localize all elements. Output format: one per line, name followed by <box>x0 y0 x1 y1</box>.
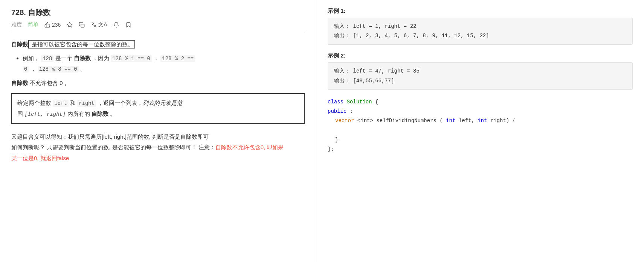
example-sep2: ， <box>31 65 36 72</box>
problem-title: 728. 自除数 <box>11 8 305 18</box>
example-code4: 128 % 8 == 0 <box>38 66 79 73</box>
code-line3: vector <int> selfDividingNumbers ( int l… <box>328 116 633 126</box>
difficulty-label: 难度 <box>11 21 22 28</box>
example2-box: 输入： left = 47, right = 85 输出： [48,55,66,… <box>328 62 633 89</box>
bottom-line3-red: 某一位是0, 就返回false <box>11 155 69 161</box>
example1-output-label: 输出： <box>334 33 350 39</box>
star-icon <box>67 22 73 28</box>
bell-button[interactable] <box>113 22 119 28</box>
code-param1: left, <box>459 118 478 124</box>
example1-title: 示例 1: <box>328 8 633 15</box>
bottom-line2-pre: 如何判断呢？ 只需要判断当前位置的数, 是否能被它的每一位数整除即可！ 注意： <box>11 144 215 150</box>
note-paragraph: 自除数 不允许包含 0 。 <box>11 78 305 88</box>
example1-input-label: 输入： <box>334 23 350 29</box>
share-icon <box>79 22 85 28</box>
kw-public: public <box>328 108 346 114</box>
translate-icon <box>91 22 97 28</box>
star-button[interactable] <box>67 22 73 28</box>
task-text3b: 围 <box>17 111 24 117</box>
difficulty-value: 简单 <box>28 21 38 28</box>
kw-class: class <box>328 99 343 105</box>
bottom-text: 又题目含义可以得知：我们只需遍历[left, right]范围的数, 判断是否是… <box>11 132 305 164</box>
task-text2: 和 <box>70 100 77 106</box>
thumbs-up-icon <box>44 22 50 28</box>
svg-marker-0 <box>67 22 72 27</box>
example2-output-row: 输出： [48,55,66,77] <box>334 76 626 86</box>
like-button[interactable]: 236 <box>44 22 61 28</box>
task-italic1: [left, right] <box>24 111 66 117</box>
note-text: 不允许包含 0 。 <box>30 80 70 86</box>
code-funcname: selfDividingNumbers <box>376 118 436 124</box>
task-text5: 。 <box>110 111 116 117</box>
example-text5: 。 <box>80 65 86 72</box>
kw-int2: int <box>478 118 487 124</box>
code-brace1: { <box>375 99 378 105</box>
code-line2: public : <box>328 107 633 116</box>
right-panel: 示例 1: 输入： left = 1, right = 22 输出： [1, 2… <box>316 0 644 262</box>
code-params: ( <box>440 118 443 124</box>
code-type: <int> <box>357 118 376 124</box>
left-panel: 728. 自除数 难度 简单 236 文A <box>0 0 316 262</box>
share-button[interactable] <box>79 22 85 28</box>
bottom-line2-red: 自除数不允许包含0, 即如果 <box>215 144 284 150</box>
bell-icon <box>113 22 119 28</box>
example1-input-value: left = 1, right = 22 <box>353 23 416 29</box>
task-text4: 内所有的 <box>67 111 92 117</box>
example1-output-value: [1, 2, 3, 4, 5, 6, 7, 8, 9, 11, 12, 15, … <box>353 33 489 39</box>
bookmark-button[interactable] <box>125 22 131 28</box>
task-text1: 给定两个整数 <box>17 100 53 106</box>
example-text2: ，因为 <box>92 55 111 61</box>
example2-input-row: 输入： left = 47, right = 85 <box>334 67 626 76</box>
example-code3: 128 % 2 == <box>160 55 195 62</box>
svg-rect-1 <box>81 24 84 27</box>
problem-body: 自除数 是指可以被它包含的每一位数整除的数。 例如， 128 是一个 自除数 ，… <box>11 39 305 124</box>
bottom-line2: 如何判断呢？ 只需要判断当前位置的数, 是否能被它的每一位数整除即可！ 注意：自… <box>11 142 305 164</box>
example2-title: 示例 2: <box>328 52 633 59</box>
code-block: class Solution { public : vector <int> s… <box>328 97 633 154</box>
example-bold1: 自除数 <box>74 55 91 61</box>
example-code2: 128 % 1 == 0 <box>111 55 152 62</box>
example-code1: 128 <box>41 55 53 62</box>
example-text1: 是一个 <box>55 55 74 61</box>
task-code2: right <box>77 100 96 107</box>
example1-box: 输入： left = 1, right = 22 输出： [1, 2, 3, 4… <box>328 18 633 45</box>
definition-paragraph: 自除数 是指可以被它包含的每一位数整除的数。 <box>11 39 305 49</box>
note-bold: 自除数 <box>11 80 28 86</box>
example2-input-label: 输入： <box>334 68 350 74</box>
task-code1: left <box>53 100 69 107</box>
task-block: 给定两个整数 left 和 right ，返回一个列表，列表的元素是范 围 [l… <box>11 93 305 124</box>
example2-input-value: left = 47, right = 85 <box>353 68 419 74</box>
task-bold: 自除数 <box>92 111 108 117</box>
translate-button[interactable]: 文A <box>91 21 107 28</box>
code-param2: right) { <box>490 118 516 124</box>
code-line1: class Solution { <box>328 97 633 107</box>
example1-output-row: 输出： [1, 2, 3, 4, 5, 6, 7, 8, 9, 11, 12, … <box>334 31 626 41</box>
example2-output-value: [48,55,66,77] <box>353 78 394 84</box>
example-sep1: ， <box>153 55 159 61</box>
code-line4 <box>328 126 633 135</box>
code-line6: }; <box>328 145 633 154</box>
translate-label: 文A <box>98 21 107 28</box>
example1-input-row: 输入： left = 1, right = 22 <box>334 22 626 31</box>
example-list-item: 例如， 128 是一个 自除数 ，因为 128 % 1 == 0 ， 128 %… <box>23 53 305 74</box>
example-intro: 例如， <box>23 55 40 61</box>
example-list: 例如， 128 是一个 自除数 ，因为 128 % 1 == 0 ， 128 %… <box>23 53 305 74</box>
example-code3b: 0 <box>23 66 29 73</box>
bookmark-icon <box>125 22 131 28</box>
code-line5: } <box>328 135 633 145</box>
definition-term: 自除数 <box>11 41 28 47</box>
example2-output-label: 输出： <box>334 78 350 84</box>
code-classname: Solution <box>346 99 372 105</box>
task-text3: ，返回一个列表，列表的元素是范 <box>98 100 182 106</box>
meta-row: 难度 简单 236 文A <box>11 21 305 33</box>
bottom-line1: 又题目含义可以得知：我们只需遍历[left, right]范围的数, 判断是否是… <box>11 132 305 142</box>
code-colon: : <box>350 108 353 114</box>
kw-int1: int <box>446 118 455 124</box>
like-count: 236 <box>52 22 61 28</box>
kw-vector: vector <box>335 118 354 124</box>
definition-desc: 是指可以被它包含的每一位数整除的数。 <box>28 40 135 48</box>
